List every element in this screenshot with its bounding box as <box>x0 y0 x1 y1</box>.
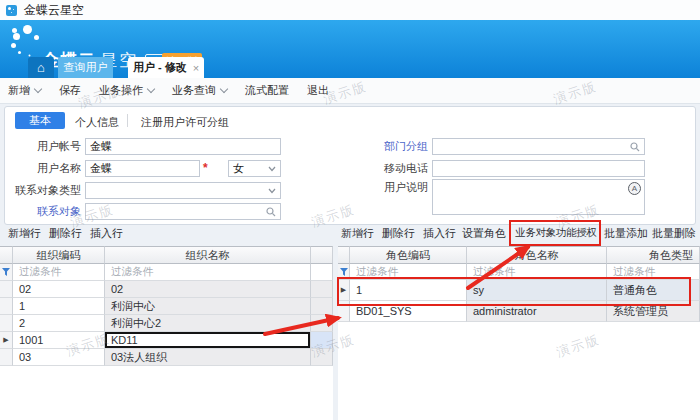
row-header[interactable] <box>0 281 13 298</box>
org-grid-filter-name[interactable]: 过滤条件 <box>105 264 311 281</box>
tab-label: 用户 - 修改 <box>133 60 187 75</box>
form-tab-basic[interactable]: 基本 <box>15 112 65 129</box>
org-grid-filter-code[interactable]: 过滤条件 <box>13 264 105 281</box>
role-grid-insert-row-button[interactable]: 插入行 <box>423 226 456 241</box>
row-marker: ▶ <box>341 286 346 294</box>
org-grid-add-row-button[interactable]: 新增行 <box>8 226 41 241</box>
table-row[interactable]: BD01_SYS administrator 系统管理员 <box>338 301 700 322</box>
row-header[interactable] <box>0 315 13 332</box>
toolbar-save-button[interactable]: 保存 <box>59 83 81 98</box>
current-row-marker-icon[interactable]: ▶ <box>338 280 350 301</box>
org-code-cell[interactable]: 1 <box>13 298 105 315</box>
org-code-cell[interactable]: 1001 <box>13 332 105 349</box>
user-desc-textarea[interactable]: A <box>432 179 645 215</box>
role-type-cell[interactable]: 普通角色 <box>607 280 700 301</box>
tab-user-modify[interactable]: 用户 - 修改 × <box>128 57 204 78</box>
gender-select[interactable]: 女 <box>228 160 281 177</box>
org-grid-col-filler <box>311 246 333 264</box>
org-name-cell[interactable]: 利润中心 <box>105 298 311 315</box>
org-code-cell[interactable]: 02 <box>13 281 105 298</box>
username-field[interactable]: 金蝶 <box>85 160 200 177</box>
contact-type-select[interactable] <box>85 182 281 199</box>
form-panel: 基本 个人信息 注册用户许可分组 用户帐号 金蝶 用户名称 金蝶 * 女 联系对… <box>4 106 696 225</box>
role-name-cell[interactable]: administrator <box>467 301 607 322</box>
filter-icon[interactable] <box>338 264 350 280</box>
role-name-cell[interactable]: sy <box>467 280 607 301</box>
toolbar-label: 业务查询 <box>172 83 216 98</box>
main-toolbar: 新增 保存 业务操作 业务查询 流式配置 退出 <box>0 78 700 104</box>
row-header[interactable] <box>0 349 13 366</box>
role-type-cell[interactable]: 系统管理员 <box>607 301 700 322</box>
tab-divider <box>127 114 128 127</box>
dept-group-field[interactable] <box>432 138 645 155</box>
org-grid-col-name[interactable]: 组织名称 <box>105 246 311 264</box>
row-header[interactable] <box>0 298 13 315</box>
table-row[interactable]: 2 利润中心2 <box>0 315 333 332</box>
filler-cell <box>311 298 333 315</box>
table-row[interactable]: 1 利润中心 <box>0 298 333 315</box>
chevron-down-icon <box>34 85 42 93</box>
toolbar-new-button[interactable]: 新增 <box>8 83 41 98</box>
org-grid-panel: 组织编码 组织名称 过滤条件 过滤条件 02 02 1 利润中心 <box>0 246 333 420</box>
toolbar-business-query-button[interactable]: 业务查询 <box>172 83 227 98</box>
org-name-cell-active[interactable]: KD11 <box>105 332 311 349</box>
role-grid-filter-type[interactable]: 过滤条件 <box>607 264 700 280</box>
chevron-down-icon <box>268 188 276 194</box>
form-tab-personal-info[interactable]: 个人信息 <box>75 115 119 130</box>
row-header[interactable] <box>338 301 350 322</box>
table-row-selected[interactable]: ▶ 1001 KD11 <box>0 332 333 349</box>
contact-field[interactable] <box>85 203 281 220</box>
org-name-cell[interactable]: 利润中心2 <box>105 315 311 332</box>
role-grid-batch-add-button[interactable]: 批量添加 <box>604 226 648 241</box>
role-grid-object-auth-button[interactable]: 业务对象功能授权 <box>515 226 597 240</box>
role-grid-corner-cell <box>338 246 350 264</box>
table-row-selected[interactable]: ▶ 1 sy 普通角色 <box>338 280 700 301</box>
role-grid-set-role-button[interactable]: 设置角色 <box>462 226 506 241</box>
table-row[interactable]: 02 02 <box>0 281 333 298</box>
org-name-cell[interactable]: 02 <box>105 281 311 298</box>
org-grid-col-code[interactable]: 组织编码 <box>13 246 105 264</box>
toolbar-exit-button[interactable]: 退出 <box>307 83 329 98</box>
search-icon[interactable] <box>630 142 640 152</box>
form-tab-license-group[interactable]: 注册用户许可分组 <box>141 115 229 130</box>
role-grid-col-name[interactable]: 角色名称 <box>467 246 607 264</box>
filler-cell <box>311 281 333 298</box>
org-name-cell[interactable]: 03法人组织 <box>105 349 311 366</box>
org-code-cell[interactable]: 03 <box>13 349 105 366</box>
role-grid-batch-delete-button[interactable]: 批量删除 <box>652 226 696 241</box>
account-field[interactable]: 金蝶 <box>85 138 281 155</box>
filter-icon[interactable] <box>0 264 13 281</box>
contact-label[interactable]: 联系对象 <box>5 203 81 220</box>
mobile-label: 移动电话 <box>352 160 428 177</box>
role-grid-filter-code[interactable]: 过滤条件 <box>350 264 467 280</box>
account-value: 金蝶 <box>90 139 276 154</box>
role-grid-add-row-button[interactable]: 新增行 <box>341 226 374 241</box>
tab-home[interactable]: ⌂ <box>28 57 54 78</box>
mobile-field[interactable] <box>432 160 645 177</box>
role-grid-filter-name[interactable]: 过滤条件 <box>467 264 607 280</box>
toolbar-flow-config-button[interactable]: 流式配置 <box>245 83 289 98</box>
org-grid-insert-row-button[interactable]: 插入行 <box>90 226 123 241</box>
current-row-marker-icon[interactable]: ▶ <box>0 332 13 349</box>
tab-query-user[interactable]: 查询用户 <box>58 57 113 78</box>
brand-logo-icon <box>10 26 42 58</box>
dept-group-label[interactable]: 部门分组 <box>352 138 428 155</box>
field-assistant-icon[interactable]: A <box>628 182 641 195</box>
contact-type-label: 联系对象类型 <box>5 182 81 199</box>
org-code-cell[interactable]: 2 <box>13 315 105 332</box>
role-code-cell[interactable]: BD01_SYS <box>350 301 467 322</box>
chevron-down-icon <box>147 85 155 93</box>
role-grid-col-type[interactable]: 角色类型 <box>607 246 700 264</box>
user-desc-label: 用户说明 <box>352 179 428 196</box>
username-label: 用户名称 <box>5 160 81 177</box>
role-grid-delete-row-button[interactable]: 删除行 <box>382 226 415 241</box>
search-icon[interactable] <box>266 207 276 217</box>
table-row[interactable]: 03 03法人组织 <box>0 349 333 366</box>
role-code-cell[interactable]: 1 <box>350 280 467 301</box>
close-icon[interactable]: × <box>193 62 199 74</box>
org-grid-delete-row-button[interactable]: 删除行 <box>49 226 82 241</box>
chevron-down-icon <box>268 166 276 172</box>
role-grid-col-code[interactable]: 角色编码 <box>350 246 467 264</box>
app-window: 金蝶云星空 金蝶云 星空 企业版 演示版 ⌂ 查询用户 用户 - 修改 × 新增… <box>0 0 700 420</box>
toolbar-business-ops-button[interactable]: 业务操作 <box>99 83 154 98</box>
